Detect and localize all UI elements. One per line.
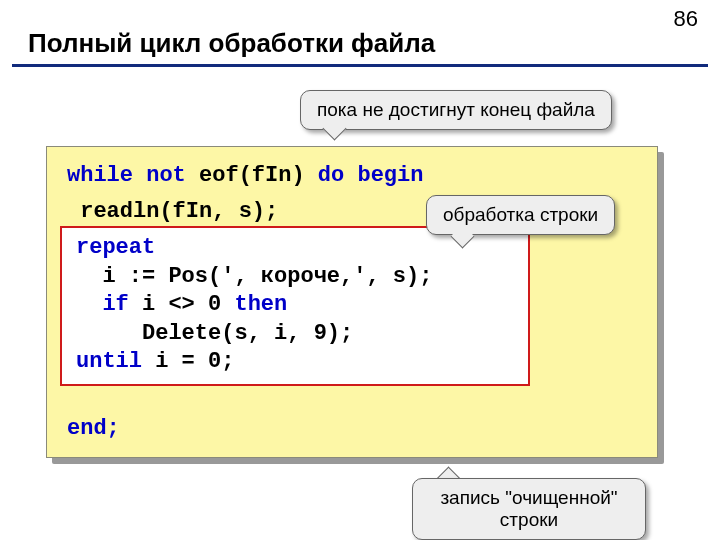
code-cond: i <> 0 (129, 292, 235, 317)
inner-line-2: i := Pos(', короче,', s); (76, 263, 514, 292)
kw-end: end; (67, 416, 120, 441)
inner-code-box: repeat i := Pos(', короче,', s); if i <>… (60, 226, 530, 386)
code-untilcond: i = 0; (142, 349, 234, 374)
inner-line-1: repeat (76, 234, 514, 263)
kw-while-not: while not (67, 163, 186, 188)
kw-repeat: repeat (76, 235, 155, 260)
page-number: 86 (674, 6, 698, 32)
callout-write: запись "очищенной" строки (412, 478, 646, 540)
code-line-end: end; (67, 414, 637, 444)
kw-do-begin: do begin (318, 163, 424, 188)
slide-title: Полный цикл обработки файла (28, 28, 435, 59)
inner-line-5: until i = 0; (76, 348, 514, 377)
code-eof: eof(fIn) (186, 163, 318, 188)
kw-until: until (76, 349, 142, 374)
title-divider (12, 64, 708, 67)
kw-if: if (102, 292, 128, 317)
inner-line-4: Delete(s, i, 9); (76, 320, 514, 349)
slide: 86 Полный цикл обработки файла while not… (0, 0, 720, 540)
callout-process: обработка строки (426, 195, 615, 235)
callout-eof: пока не достигнут конец файла (300, 90, 612, 130)
pad-if (76, 292, 102, 317)
inner-line-3: if i <> 0 then (76, 291, 514, 320)
code-line-1: while not eof(fIn) do begin (67, 161, 637, 191)
kw-then: then (234, 292, 287, 317)
